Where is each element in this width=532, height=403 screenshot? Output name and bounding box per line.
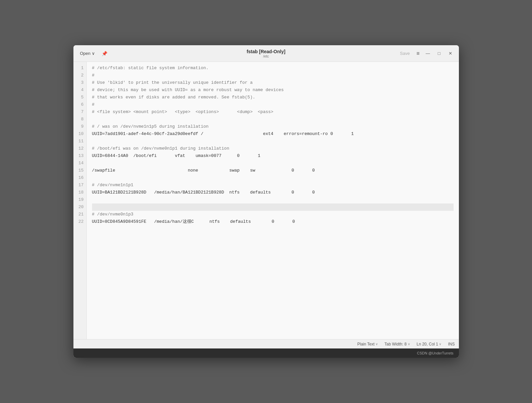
line-numbers: 12345678910111213141516171819202122 xyxy=(73,62,87,339)
code-line xyxy=(92,160,454,167)
line-number: 9 xyxy=(73,123,86,130)
line-number: 19 xyxy=(73,196,86,203)
language-label: Plain Text xyxy=(357,342,374,346)
statusbar: Plain Text ∨ Tab Width: 8 ∨ Ln 20, Col 1… xyxy=(73,339,459,348)
code-line xyxy=(92,196,454,203)
line-number: 15 xyxy=(73,167,86,174)
code-line xyxy=(92,116,454,123)
code-area[interactable]: # /etc/fstab: static file system informa… xyxy=(87,62,459,339)
minimize-button[interactable]: — xyxy=(424,49,432,58)
line-number: 14 xyxy=(73,160,86,167)
code-line: # device; this may be used with UUID= as… xyxy=(92,86,454,94)
open-label: Open xyxy=(80,51,91,56)
cursor-label: Ln 20, Col 1 xyxy=(417,342,438,346)
line-number: 2 xyxy=(73,72,86,79)
code-line: # / was on /dev/nvme1n1p5 during install… xyxy=(92,123,454,130)
open-button[interactable]: Open ∨ xyxy=(77,50,98,57)
tab-chevron-icon: ∨ xyxy=(408,342,410,346)
code-line xyxy=(92,174,454,182)
line-number: 7 xyxy=(73,108,86,116)
code-line: # Use 'blkid' to print the universally u… xyxy=(92,79,454,86)
line-number: 16 xyxy=(73,174,86,182)
code-line: UUID=8CD845A9D84591FE /media/han/这很C ntf… xyxy=(92,218,454,225)
code-line: # xyxy=(92,101,454,108)
cursor-position[interactable]: Ln 20, Col 1 ∨ xyxy=(417,342,442,346)
line-number: 4 xyxy=(73,86,86,94)
line-number: 1 xyxy=(73,65,86,72)
line-number: 12 xyxy=(73,145,86,152)
insert-mode: INS xyxy=(448,342,455,346)
code-line: # that works even if disks are added and… xyxy=(92,94,454,101)
code-line: # /dev/nvme1n1p1 xyxy=(92,182,454,189)
line-number: 3 xyxy=(73,79,86,86)
cursor-chevron-icon: ∨ xyxy=(439,342,441,346)
titlebar-right: Save ≡ — □ ✕ xyxy=(388,49,455,58)
code-line: # xyxy=(92,72,454,79)
insert-mode-label: INS xyxy=(448,342,455,346)
language-selector[interactable]: Plain Text ∨ xyxy=(357,342,378,346)
code-line: UUID=6844-14A0 /boot/efi vfat umask=0077… xyxy=(92,152,454,160)
bottom-bar-text: CSDN @UnderTurrets xyxy=(417,351,454,355)
open-chevron-icon: ∨ xyxy=(92,51,95,56)
code-line: /swapfile none swap sw 0 0 xyxy=(92,167,454,174)
line-number: 22 xyxy=(73,218,86,225)
line-number: 11 xyxy=(73,138,86,145)
main-window: Open ∨ 📌 fstab [Read-Only] /etc Save ≡ —… xyxy=(73,45,459,358)
line-number: 13 xyxy=(73,152,86,160)
code-line xyxy=(92,138,454,145)
line-number: 6 xyxy=(73,101,86,108)
window-controls: — □ ✕ xyxy=(424,49,455,58)
code-line: # /boot/efi was on /dev/nvme0n1p1 during… xyxy=(92,145,454,152)
menu-icon[interactable]: ≡ xyxy=(416,51,419,57)
line-number: 10 xyxy=(73,130,86,138)
titlebar-left: Open ∨ 📌 xyxy=(77,50,144,57)
tab-width-label: Tab Width: 8 xyxy=(384,342,407,346)
line-number: 5 xyxy=(73,94,86,101)
editor-area: 12345678910111213141516171819202122 # /e… xyxy=(73,62,459,339)
titlebar-center: fstab [Read-Only] /etc xyxy=(144,49,388,58)
code-line: UUID=BA121BD2121B928D /media/han/BA121BD… xyxy=(92,189,454,196)
maximize-button[interactable]: □ xyxy=(435,49,444,58)
language-chevron-icon: ∨ xyxy=(375,342,378,346)
line-number: 18 xyxy=(73,189,86,196)
pin-icon[interactable]: 📌 xyxy=(102,51,107,56)
titlebar: Open ∨ 📌 fstab [Read-Only] /etc Save ≡ —… xyxy=(73,45,459,62)
code-line: # <file system> <mount point> <type> <op… xyxy=(92,108,454,116)
bottom-bar: CSDN @UnderTurrets xyxy=(73,348,459,358)
line-number: 8 xyxy=(73,116,86,123)
save-button[interactable]: Save xyxy=(397,50,413,57)
close-button[interactable]: ✕ xyxy=(446,49,455,58)
code-line: UUID=7add1901-adef-4e4c-90cf-2aa29d0eefd… xyxy=(92,130,454,138)
code-line: # /etc/fstab: static file system informa… xyxy=(92,65,454,72)
tab-width-selector[interactable]: Tab Width: 8 ∨ xyxy=(384,342,410,346)
window-subtitle: /etc xyxy=(144,54,388,58)
code-line xyxy=(92,203,454,211)
line-number: 20 xyxy=(73,203,86,211)
window-title: fstab [Read-Only] xyxy=(144,49,388,54)
line-number: 17 xyxy=(73,182,86,189)
code-line: # /dev/nvme0n1p3 xyxy=(92,211,454,218)
line-number: 21 xyxy=(73,211,86,218)
